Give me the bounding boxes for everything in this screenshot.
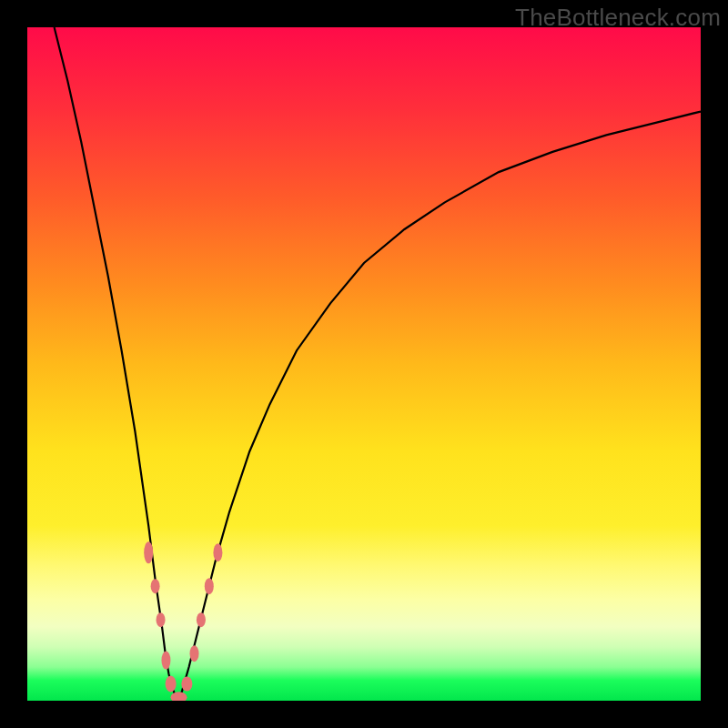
curve-svg: [27, 27, 701, 701]
bead-marker: [151, 579, 160, 593]
bead-marker: [181, 677, 192, 692]
bead-marker: [166, 676, 177, 693]
bead-marker: [171, 692, 187, 701]
plot-area: [27, 27, 701, 701]
bead-marker: [144, 541, 153, 563]
bead-marker: [190, 645, 199, 662]
bead-marker: [161, 652, 170, 670]
curve-left-branch: [55, 27, 179, 701]
chart-container: TheBottleneck.com: [0, 0, 728, 728]
bead-marker: [157, 612, 166, 627]
curve-right-branch: [179, 112, 702, 702]
bead-marker: [213, 543, 222, 561]
bead-group: [144, 541, 222, 701]
bead-marker: [205, 578, 214, 594]
bead-marker: [197, 612, 206, 627]
